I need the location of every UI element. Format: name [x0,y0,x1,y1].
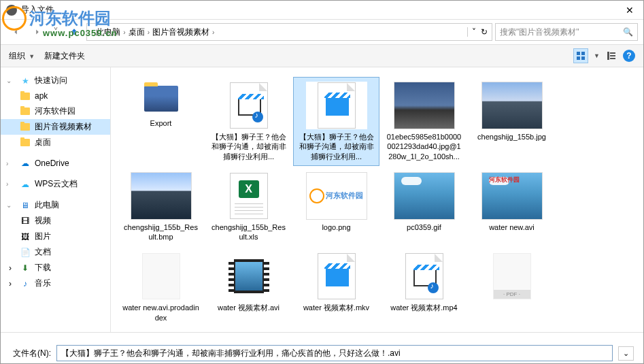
file-pane: Export【大猫】狮子王？他会和狮子沟通，却被南非捕狮行业利用...【大猫】狮… [111,67,643,332]
file-item[interactable]: 【大猫】狮子王？他会和狮子沟通，却被南非捕狮行业利用... [293,77,379,166]
sidebar-quick-access[interactable]: ⌄★快速访问 [1,73,110,88]
crumb-folder[interactable]: 图片音视频素材 [152,27,209,38]
sidebar-onedrive[interactable]: ›☁OneDrive [1,156,110,171]
sidebar-item-media[interactable]: 图片音视频素材 [1,119,110,135]
file-name: chengshijg_155b_Result.bmp [121,222,201,242]
sidebar-thispc[interactable]: ⌄🖥此电脑 [1,197,110,213]
file-item[interactable]: chengshijg_155b.jpg [469,77,555,166]
filename-dropdown[interactable]: ⌄ [618,346,634,361]
video-icon: 🎞 [20,216,31,227]
file-item[interactable] [118,329,204,332]
file-item[interactable]: Xchengshijg_155b_Result.xls [205,167,292,247]
filename-label: 文件名(N): [10,348,51,359]
file-item[interactable]: water new.avi.prodadindex [118,248,204,327]
document-icon: 📄 [20,247,31,258]
svg-rect-1 [581,52,585,55]
file-name: water new.avi [472,222,552,232]
filename-input[interactable] [56,345,613,361]
sidebar-item-downloads[interactable]: ›⬇下载 [1,260,110,276]
sidebar-item-music[interactable]: ›♪音乐 [1,276,110,291]
svg-rect-3 [581,56,585,60]
svg-rect-2 [577,56,580,60]
file-name: 【大猫】狮子王？他会和狮子沟通，却被南非捕狮行业利用... [296,132,376,161]
history-dropdown[interactable]: ˅ [50,24,62,40]
view-details-button[interactable] [604,48,619,63]
organize-menu[interactable]: 组织 ▼ [9,50,35,62]
sidebar-item-apk[interactable]: apk [1,88,110,103]
svg-rect-7 [610,58,615,59]
dialog-footer: 文件名(N): ⌄ 打开(O)▾ 取消 [1,332,643,364]
view-thumbnails-button[interactable] [573,48,588,63]
file-name: pc0359.gif [384,222,464,232]
svg-rect-5 [610,52,615,54]
file-item[interactable]: Export [118,77,204,166]
file-item[interactable]: 河东软件园logo.png [293,167,379,247]
cloud-icon: ☁ [20,179,31,190]
file-item[interactable]: 01ebec5985e81b00000021293dad40.jpg@1280w… [381,77,467,166]
sidebar-wpscloud[interactable]: ›☁WPS云文档 [1,176,110,192]
title-bar: 导入文件 ✕ [1,1,643,20]
cloud-icon: ☁ [20,158,31,169]
pc-icon: 🖥 [20,200,31,211]
file-name: 01ebec5985e81b00000021293dad40.jpg@1280w… [384,132,464,161]
file-item[interactable]: pc0359.gif [381,167,467,247]
svg-rect-4 [607,52,609,60]
download-icon: ⬇ [20,263,31,274]
sidebar-item-hedong[interactable]: 河东软件园 [1,103,110,119]
file-item[interactable]: water 视频素材.mp4 [381,248,467,327]
close-button[interactable]: ✕ [616,1,643,20]
file-item[interactable]: water 视频素材.mkv [293,248,379,327]
music-icon: ♪ [20,278,31,289]
file-name: 【大猫】狮子王？他会和狮子沟通，却被南非捕狮行业利用... [209,132,288,161]
file-item[interactable]: chengshijg_155b_Result.bmp [118,167,204,247]
svg-rect-0 [577,52,580,55]
breadcrumb-bar[interactable]: › 此电脑 › 桌面 › 图片音视频素材 › ˅ ↻ [86,23,492,41]
file-name: water 视频素材.mp4 [384,303,464,312]
picture-icon: 🖼 [20,231,31,242]
toolbar: 组织 ▼ 新建文件夹 ▼ ? [1,44,643,67]
file-item[interactable]: water new.avi [469,167,555,247]
sidebar: ⌄★快速访问 apk 河东软件园 图片音视频素材 桌面 ›☁OneDrive ›… [1,67,111,332]
up-button[interactable] [65,24,84,40]
crumb-pc[interactable]: 此电脑 [96,27,120,38]
search-icon: 🔍 [623,27,633,37]
sidebar-item-desktop[interactable]: 桌面 [1,135,110,150]
app-icon [6,5,17,16]
search-input[interactable]: 搜索"图片音视频素材" 🔍 [495,23,638,41]
sidebar-item-video[interactable]: 🎞视频 [1,213,110,229]
file-name: water new.avi.prodadindex [121,303,201,322]
crumb-desktop[interactable]: 桌面 [129,27,145,38]
svg-rect-6 [610,55,615,56]
file-item[interactable]: · PDF · [469,248,555,327]
file-item[interactable]: 【大猫】狮子王？他会和狮子沟通，却被南非捕狮行业利用... [205,77,292,166]
file-item[interactable]: · PDF · [205,329,292,332]
file-item[interactable]: water 视频素材.avi [205,248,292,327]
file-name: chengshijg_155b_Result.xls [209,222,288,242]
star-icon: ★ [20,76,31,86]
file-name: water 视频素材.avi [209,303,288,312]
help-button[interactable]: ? [623,50,635,62]
sidebar-item-pictures[interactable]: 🖼图片 [1,229,110,244]
file-name: chengshijg_155b.jpg [472,132,552,142]
nav-bar: ˅ › 此电脑 › 桌面 › 图片音视频素材 › ˅ ↻ 搜索"图片音视频素材"… [1,20,643,44]
sidebar-item-documents[interactable]: 📄文档 [1,244,110,260]
file-name: logo.png [296,222,376,232]
back-button[interactable] [6,24,25,40]
window-title: 导入文件 [21,4,616,16]
file-name: water 视频素材.mkv [296,303,376,312]
file-name: Export [121,118,201,128]
new-folder-button[interactable]: 新建文件夹 [44,50,85,62]
forward-button [28,24,47,40]
refresh-button[interactable]: ˅ ↻ [467,27,488,37]
